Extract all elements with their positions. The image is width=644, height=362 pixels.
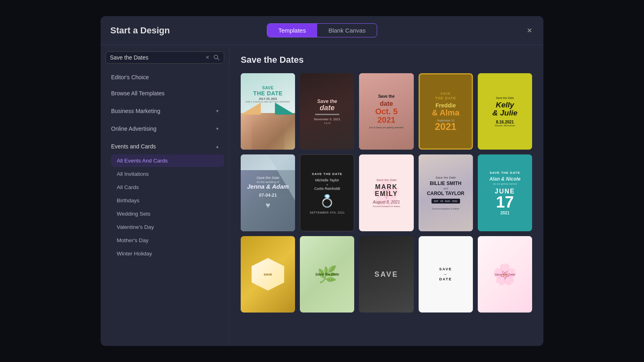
sidebar-item-winter-holiday[interactable]: Winter Holiday bbox=[111, 247, 224, 260]
template-card-1[interactable]: SAVE THE DATE JULY 25, 2021 EMILY & MARC… bbox=[241, 73, 295, 150]
templates-grid-row2: Save the Date for the wedding of Jenna &… bbox=[241, 154, 532, 231]
main-content: Save the Dates SAVE THE DATE JULY 25, 20… bbox=[229, 45, 543, 346]
modal-overlay: Start a Design Templates Blank Canvas × … bbox=[0, 0, 644, 362]
template-card-2[interactable]: Save the date November 5, 2021 A & M bbox=[300, 73, 354, 150]
template-card-9[interactable]: Save the Date BILLIE SMITH and CAROL TAY… bbox=[419, 154, 473, 231]
main-modal: Start a Design Templates Blank Canvas × … bbox=[101, 16, 543, 346]
template-card-11[interactable]: SAVE bbox=[241, 236, 295, 313]
search-clear-button[interactable]: × bbox=[205, 54, 210, 61]
sidebar-section-business-label: Business Marketing bbox=[111, 108, 160, 114]
svg-line-1 bbox=[217, 58, 219, 60]
sidebar-item-mothers-day[interactable]: Mother's Day bbox=[111, 234, 224, 247]
sidebar-section-events-header[interactable]: Events and Cards ▴ bbox=[105, 139, 224, 154]
sidebar: × Editor's Choice Browse All Templates bbox=[101, 45, 229, 346]
sidebar-item-all-invitations[interactable]: All Invitations bbox=[111, 168, 224, 180]
search-box: × bbox=[105, 51, 224, 64]
template-card-3[interactable]: Save the date Oct. 5 2021 Em & Dane are … bbox=[359, 73, 413, 150]
template-card-7[interactable]: SAVE THE DATE Michelle Taylor + Curtis R… bbox=[300, 154, 354, 231]
modal-title: Start a Design bbox=[110, 25, 170, 36]
sidebar-item-all-events[interactable]: All Events And Cards bbox=[111, 154, 224, 167]
sidebar-section-advertising-header[interactable]: Online Advertising ▾ bbox=[105, 121, 224, 136]
templates-grid-row3: SAVE 🌿 Save the Date SAVE SAVE─DATE bbox=[241, 236, 532, 313]
sidebar-sub-items-events: All Events And Cards All Invitations All… bbox=[105, 154, 224, 260]
sidebar-item-editors-choice[interactable]: Editor's Choice bbox=[105, 70, 224, 84]
sidebar-section-events: Events and Cards ▴ All Events And Cards … bbox=[105, 139, 224, 260]
template-card-13[interactable]: SAVE bbox=[359, 236, 413, 313]
chevron-down-icon: ▾ bbox=[216, 108, 219, 114]
template-card-6[interactable]: Save the Date for the wedding of Jenna &… bbox=[241, 154, 295, 231]
tab-blank-canvas[interactable]: Blank Canvas bbox=[317, 24, 377, 37]
sidebar-section-advertising-label: Online Advertising bbox=[111, 125, 157, 132]
sidebar-item-browse-all[interactable]: Browse All Templates bbox=[105, 86, 224, 101]
template-card-15[interactable]: 🌸 Save the Date bbox=[478, 236, 532, 313]
sidebar-section-advertising: Online Advertising ▾ bbox=[105, 121, 224, 136]
modal-header: Start a Design Templates Blank Canvas × bbox=[101, 16, 543, 45]
sidebar-section-events-label: Events and Cards bbox=[111, 143, 156, 150]
tab-group: Templates Blank Canvas bbox=[267, 23, 378, 37]
sidebar-item-birthdays[interactable]: Birthdays bbox=[111, 194, 224, 207]
sidebar-item-all-cards[interactable]: All Cards bbox=[111, 181, 224, 193]
template-card-5[interactable]: Save the Date Kelly & Julie 8.16.2021 Ni… bbox=[478, 73, 532, 150]
template-card-10[interactable]: SAVE THE DATE Alan & Nicole we are getti… bbox=[478, 154, 532, 231]
sidebar-section-business-header[interactable]: Business Marketing ▾ bbox=[105, 104, 224, 118]
search-submit-button[interactable] bbox=[213, 54, 220, 61]
close-button[interactable]: × bbox=[524, 25, 535, 37]
chevron-down-icon-2: ▾ bbox=[216, 126, 219, 132]
search-icon bbox=[213, 54, 220, 61]
search-input[interactable] bbox=[110, 54, 202, 61]
section-title: Save the Dates bbox=[241, 55, 532, 65]
template-card-8[interactable]: 🌸 Save the Date MARK EMILY August 8, 202… bbox=[359, 154, 413, 231]
sidebar-item-valentines[interactable]: Valentine's Day bbox=[111, 221, 224, 233]
chevron-up-icon: ▴ bbox=[216, 144, 219, 149]
template-card-14[interactable]: SAVE─DATE bbox=[419, 236, 473, 313]
sidebar-item-wedding-sets[interactable]: Wedding Sets bbox=[111, 208, 224, 220]
templates-grid-row1: SAVE THE DATE JULY 25, 2021 EMILY & MARC… bbox=[241, 73, 532, 150]
modal-body: × Editor's Choice Browse All Templates bbox=[101, 45, 543, 346]
sidebar-section-business: Business Marketing ▾ bbox=[105, 104, 224, 118]
tab-templates[interactable]: Templates bbox=[267, 24, 317, 37]
template-card-12[interactable]: 🌿 Save the Date bbox=[300, 236, 354, 313]
template-card-4[interactable]: SAVE THE DATE Freddie & Alma September 2… bbox=[419, 73, 473, 150]
